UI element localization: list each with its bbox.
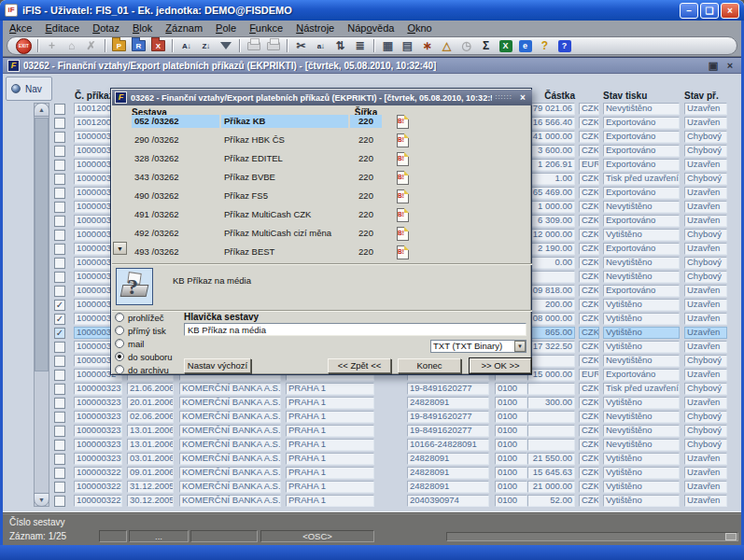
cell-banka[interactable]: KOMERČNÍ BANKA A.S. xyxy=(179,481,281,493)
menu-item-pole[interactable]: Pole xyxy=(216,22,236,34)
clipboard-icon[interactable]: ▤ xyxy=(399,38,416,54)
cell-cislo[interactable]: 1000003229 xyxy=(74,467,122,479)
cell-stav_tisku[interactable]: Vytištěno xyxy=(603,341,680,353)
cell-stav_pr[interactable]: Chybový xyxy=(684,145,727,157)
cell-ucet[interactable]: 2040390974 xyxy=(407,495,489,507)
cell-stav_pr[interactable]: Uzavřen xyxy=(684,341,727,353)
menu-item-dotaz[interactable]: Dotaz xyxy=(92,22,119,34)
cell-mena[interactable]: CZK xyxy=(579,425,599,437)
cell-castka[interactable] xyxy=(527,271,575,283)
cell-mesto[interactable]: PRAHA 1 xyxy=(286,411,374,423)
end-button[interactable]: Konec xyxy=(398,358,461,373)
scroll-up-button[interactable]: ▲ xyxy=(34,103,49,117)
cell-castka[interactable]: 1.00 xyxy=(527,173,575,185)
cell-stav_pr[interactable]: Uzavřen xyxy=(684,313,727,325)
report-icon[interactable]: B! xyxy=(397,171,409,185)
cell-stav_tisku[interactable]: Tisk před uzavřením xyxy=(603,383,680,395)
report-list-scroll-button[interactable]: ▼ xyxy=(113,242,127,255)
cell-mena[interactable]: CZK xyxy=(579,243,599,255)
menu-item-nástroje[interactable]: Nástroje xyxy=(296,22,334,34)
cell-mena[interactable]: CZK xyxy=(579,341,599,353)
report-row-width[interactable]: 220 xyxy=(350,208,382,221)
menu-item-nápověda[interactable]: Nápověda xyxy=(347,22,394,34)
cell-stav_tisku[interactable]: Exportováno xyxy=(603,243,680,255)
sort-desc-icon[interactable]: Z↓ xyxy=(197,38,215,54)
nav-tab[interactable]: Nav xyxy=(6,77,52,101)
cell-ucet[interactable]: 19-8491620277 xyxy=(407,383,489,395)
menu-item-funkce[interactable]: Funkce xyxy=(249,22,283,34)
set-default-button[interactable]: Nastav výchozí xyxy=(184,358,251,373)
cell-datum[interactable]: 13.01.2006 xyxy=(127,439,174,451)
ruler-icon[interactable]: △ xyxy=(438,38,456,54)
status-scrollbar-thumb[interactable] xyxy=(725,533,737,540)
cell-mena[interactable]: CZK xyxy=(579,383,599,395)
row-checkbox[interactable] xyxy=(54,468,65,479)
cell-castka[interactable]: 09 818.00 xyxy=(527,285,575,297)
minimize-button[interactable]: – xyxy=(680,3,698,19)
report-icon[interactable]: B! xyxy=(397,115,409,129)
cell-cislo[interactable]: 1000003231 xyxy=(74,439,122,451)
spider-icon[interactable]: ∗ xyxy=(418,38,436,54)
cell-ucet[interactable]: 19-8491620277 xyxy=(407,411,489,423)
cell-castka[interactable] xyxy=(527,383,575,395)
cell-datum[interactable]: 20.01.2006 xyxy=(127,397,174,409)
report-row-name[interactable]: Příkaz FS5 xyxy=(221,189,348,203)
back-button[interactable]: << Zpět << xyxy=(328,358,391,373)
cell-stav_tisku[interactable]: Vytištěno xyxy=(603,299,680,311)
cell-mena[interactable]: CZK xyxy=(579,271,599,283)
scroll-down-button[interactable]: ▼ xyxy=(34,493,49,507)
cell-castka[interactable] xyxy=(527,439,575,451)
cell-stav_pr[interactable]: Uzavřen xyxy=(684,481,727,493)
menu-item-okno[interactable]: Okno xyxy=(407,22,431,34)
cell-stav_tisku[interactable]: Nevytištěno xyxy=(603,439,680,451)
report-row-code[interactable]: 343 /03262 xyxy=(132,171,219,184)
cell-castka[interactable]: 3 600.00 xyxy=(527,145,575,157)
mdi-restore-button[interactable]: ▣ xyxy=(707,59,720,72)
cell-stav_pr[interactable]: Chybový xyxy=(684,439,727,451)
cell-stav_tisku[interactable]: Vytištěno xyxy=(603,495,680,507)
cell-datum[interactable]: 21.06.2006 xyxy=(127,383,174,395)
cell-mena[interactable]: CZK xyxy=(579,481,599,493)
close-button[interactable]: × xyxy=(721,3,739,19)
report-row-code[interactable]: 491 /03262 xyxy=(132,208,219,221)
row-checkbox[interactable] xyxy=(54,272,65,283)
row-checkbox[interactable] xyxy=(54,258,65,269)
cell-mesto[interactable]: PRAHA 1 xyxy=(286,467,374,479)
cell-stav_pr[interactable]: Uzavřen xyxy=(684,299,727,311)
report-icon[interactable]: B! xyxy=(397,152,409,166)
cell-stav_tisku[interactable]: Vytištěno xyxy=(603,229,680,241)
row-checkbox[interactable] xyxy=(54,370,65,381)
cell-kod[interactable]: 0100 xyxy=(495,495,527,507)
exit-button[interactable]: EXIT xyxy=(15,38,33,54)
output-radio-mail[interactable] xyxy=(115,339,124,348)
report-row-width[interactable]: 220 xyxy=(350,171,382,184)
cell-castka[interactable]: 52.00 xyxy=(527,495,575,507)
cell-mena[interactable]: CZK xyxy=(579,355,599,367)
report-icon[interactable]: B! xyxy=(397,189,409,203)
report-row-name[interactable]: Příkaz KB xyxy=(221,115,348,128)
cell-castka[interactable]: 15 000.00 xyxy=(527,369,575,381)
row-checkbox[interactable] xyxy=(54,286,65,297)
list-icon[interactable]: ≣ xyxy=(351,38,369,54)
report-row-width[interactable]: 220 xyxy=(350,245,382,259)
cell-mena[interactable]: CZK xyxy=(579,327,599,339)
cell-banka[interactable]: KOMERČNÍ BANKA A.S. xyxy=(179,425,281,437)
cell-stav_pr[interactable]: Uzavřen xyxy=(684,243,727,255)
output-radio-label[interactable]: do archivu xyxy=(128,365,169,375)
cell-datum[interactable]: 02.06.2006 xyxy=(127,411,174,423)
cell-datum[interactable]: 09.01.2006 xyxy=(127,467,174,479)
cell-stav_pr[interactable]: Uzavřen xyxy=(684,159,727,171)
record-scrollbar-thumb[interactable] xyxy=(35,118,49,371)
filter-icon[interactable] xyxy=(217,38,234,54)
cell-castka[interactable]: 21 000.00 xyxy=(527,481,575,493)
row-checkbox[interactable] xyxy=(54,160,65,171)
cell-mena[interactable]: CZK xyxy=(579,131,599,143)
save-icon[interactable]: + xyxy=(43,38,61,54)
row-checkbox[interactable] xyxy=(54,118,65,129)
report-row-code[interactable]: 492 /03262 xyxy=(132,227,219,240)
cell-cislo[interactable]: 1000003233 xyxy=(74,411,122,423)
cell-castka[interactable]: 1 000.00 xyxy=(527,201,575,213)
report-icon[interactable]: B! xyxy=(397,133,409,147)
cell-kod[interactable]: 0100 xyxy=(495,425,527,437)
row-checkbox[interactable] xyxy=(54,174,65,185)
